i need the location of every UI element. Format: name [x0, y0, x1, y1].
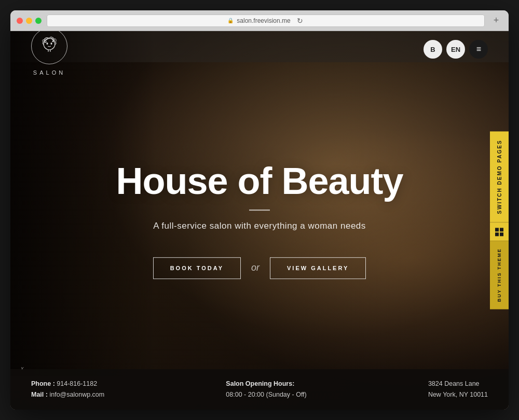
hero-center: House of Beauty A full-service salon wit… — [60, 162, 459, 279]
phone-value: 914-816-1182 — [57, 380, 97, 387]
close-button[interactable] — [17, 18, 23, 24]
hours-label: Salon Opening Hours: — [226, 380, 294, 387]
browser-chrome: 🔒 salon.freevision.me ↻ + — [10, 10, 509, 31]
address-line2: New York, NY 10011 — [428, 389, 488, 400]
booking-button[interactable]: B — [424, 40, 442, 59]
top-navigation: SALON B EN ≡ — [10, 31, 509, 67]
maximize-button[interactable] — [35, 18, 42, 24]
logo-circle — [31, 31, 67, 64]
mail-label: Mail : — [31, 391, 48, 398]
browser-window: 🔒 salon.freevision.me ↻ + — [10, 10, 509, 410]
footer-hours: Salon Opening Hours: 08:00 - 20:00 (Sund… — [226, 379, 306, 401]
footer-email: Mail : info@salonwp.com — [31, 389, 104, 400]
logo-text: SALON — [33, 69, 65, 76]
address-bar[interactable]: 🔒 salon.freevision.me ↻ — [47, 15, 485, 27]
refresh-icon[interactable]: ↻ — [296, 17, 304, 25]
hero-divider — [249, 209, 270, 211]
switch-demo-label: SWITCH DEMO PAGES — [497, 139, 502, 214]
svg-rect-5 — [495, 228, 499, 231]
grid-icon[interactable] — [490, 222, 509, 241]
hero-buttons: BOOK TODAY or VIEW GALLERY — [60, 257, 459, 279]
mail-value: info@salonwp.com — [49, 391, 104, 398]
language-button[interactable]: EN — [446, 40, 465, 59]
logo-area: SALON — [31, 31, 67, 76]
footer-contact: Phone : 914-816-1182 Mail : info@salonwp… — [31, 379, 104, 401]
hours-value: 08:00 - 20:00 (Sunday - Off) — [226, 389, 306, 400]
book-today-button[interactable]: BOOK TODAY — [153, 257, 241, 279]
url-text: salon.freevision.me — [237, 17, 290, 24]
minimize-button[interactable] — [26, 18, 32, 24]
or-text: or — [251, 262, 260, 273]
buy-theme-label: BUY THIS THEME — [497, 248, 502, 302]
footer: Phone : 914-816-1182 Mail : info@salonwp… — [10, 369, 509, 410]
svg-rect-6 — [500, 228, 503, 231]
footer-phone: Phone : 914-816-1182 — [31, 379, 104, 389]
nav-right: B EN ≡ — [424, 40, 488, 59]
lock-icon: 🔒 — [227, 18, 234, 23]
logo-icon — [37, 33, 62, 60]
switch-demo-panel[interactable]: SWITCH DEMO PAGES — [490, 131, 509, 222]
hero-title: House of Beauty — [60, 162, 459, 201]
menu-button[interactable]: ≡ — [469, 40, 488, 59]
phone-label: Phone : — [31, 380, 55, 387]
footer-address: 3824 Deans Lane New York, NY 10011 — [428, 379, 488, 401]
svg-rect-8 — [500, 232, 503, 236]
address-line1: 3824 Deans Lane — [428, 379, 488, 389]
buy-theme-panel[interactable]: BUY THIS THEME — [490, 241, 509, 310]
svg-point-1 — [47, 43, 48, 45]
side-panel[interactable]: SWITCH DEMO PAGES BUY THIS THEME — [490, 131, 509, 309]
svg-point-2 — [51, 43, 52, 45]
view-gallery-button[interactable]: VIEW GALLERY — [270, 257, 366, 279]
svg-rect-7 — [495, 232, 499, 236]
new-tab-button[interactable]: + — [490, 15, 502, 27]
traffic-lights — [17, 18, 42, 24]
hero-subtitle: A full-service salon with everything a w… — [60, 221, 459, 231]
website-content: SALON B EN ≡ House of Beauty A full-serv… — [10, 31, 509, 410]
